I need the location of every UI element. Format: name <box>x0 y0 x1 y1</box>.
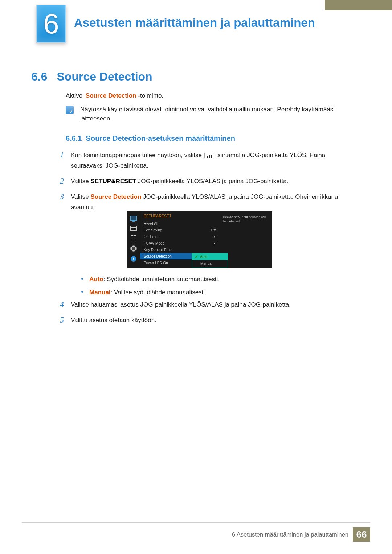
step-number: 3 <box>60 192 71 201</box>
osd-sidebar: i <box>127 211 140 268</box>
osd-row-offtimer: Off Timer▸ <box>140 233 220 240</box>
option-auto-selected: ✔Auto <box>192 253 228 260</box>
step-2: 2 Valitse SETUP&RESET JOG-painikkeella Y… <box>60 176 350 187</box>
page-number: 66 <box>353 527 370 542</box>
info-icon: i <box>130 255 137 262</box>
footer-text: 6 Asetusten määrittäminen ja palauttamin… <box>232 527 353 542</box>
section-heading: 6.6Source Detection <box>31 70 152 83</box>
picture-icon <box>130 215 137 221</box>
screen-icon <box>130 225 137 231</box>
note-block: Näytössä käytettävissä olevat toiminnot … <box>66 105 349 123</box>
chapter-tab: 6 <box>36 5 66 43</box>
osd-row-keyrepeat: Key Repeat Time <box>140 246 220 253</box>
menu-icon <box>206 153 213 159</box>
bullet-auto: Auto: Syöttölähde tunnistetaan automaatt… <box>81 275 343 284</box>
page-footer: 6 Asetusten määrittäminen ja palauttamin… <box>232 527 370 542</box>
check-icon: ✔ <box>195 255 198 259</box>
osd-title: SETUP&RESET <box>140 214 220 220</box>
option-manual: Manual <box>192 260 228 267</box>
osd-row-eco: Eco SavingOff <box>140 227 220 233</box>
note-text: Näytössä käytettävissä olevat toiminnot … <box>80 105 349 123</box>
osd-row-reset: Reset All <box>140 220 220 227</box>
note-icon <box>66 106 74 114</box>
osd-row-pcav: PC/AV Mode▸ <box>140 240 220 246</box>
size-icon <box>130 235 137 242</box>
step-number: 5 <box>60 315 71 325</box>
footer-divider <box>22 522 370 523</box>
step-number: 4 <box>60 300 71 309</box>
step-5: 5 Valittu asetus otetaan käyttöön. <box>60 315 350 326</box>
step-3: 3 Valitse Source Detection JOG-painikkee… <box>60 192 350 213</box>
gear-icon <box>130 245 137 252</box>
osd-options-popup: ✔Auto Manual <box>192 253 228 267</box>
section-title: Source Detection <box>57 70 152 83</box>
step-1: 1 Kun toimintonäppäinopas tulee näyttöön… <box>60 150 350 171</box>
subsection-title: Source Detection-asetuksen määrittäminen <box>86 134 235 142</box>
steps-list: 1 Kun toimintonäppäinopas tulee näyttöön… <box>60 150 350 218</box>
chapter-number: 6 <box>43 7 59 40</box>
intro-text: Aktivoi Source Detection -toiminto. <box>66 92 163 99</box>
step-number: 1 <box>60 150 71 160</box>
section-number: 6.6 <box>31 70 47 83</box>
subsection-number: 6.6.1 <box>66 134 82 142</box>
chapter-title: Asetusten määrittäminen ja palauttaminen <box>74 16 315 30</box>
step-number: 2 <box>60 176 71 186</box>
step-4: 4 Valitse haluamasi asetus JOG-painikkee… <box>60 300 350 310</box>
bullet-manual: Manual: Valitse syöttölähde manuaalisest… <box>81 288 343 297</box>
options-description: Auto: Syöttölähde tunnistetaan automaatt… <box>81 275 343 300</box>
steps-list-cont: 4 Valitse haluamasi asetus JOG-painikkee… <box>60 300 350 331</box>
subsection-heading: 6.6.1 Source Detection-asetuksen määritt… <box>66 134 235 143</box>
feature-name: Source Detection <box>86 92 136 99</box>
header-stripe <box>325 0 392 10</box>
osd-screenshot: i SETUP&RESET Reset All Eco SavingOff Of… <box>127 211 272 268</box>
